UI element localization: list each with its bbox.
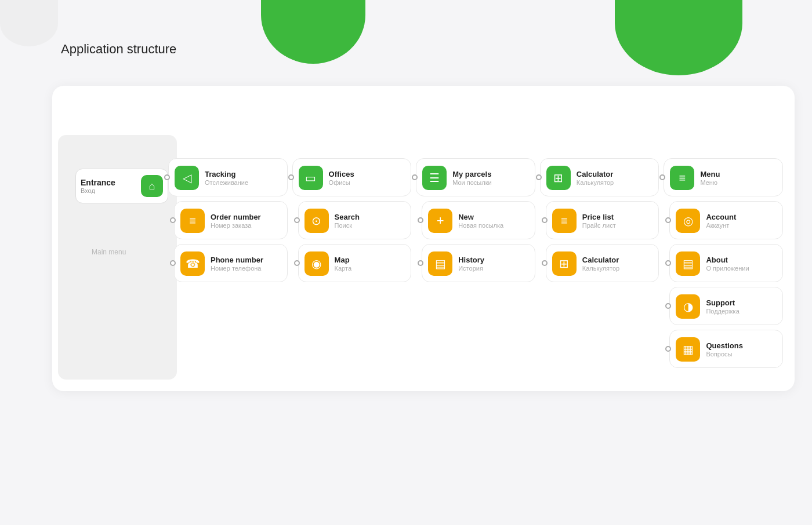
entrance-label: Entrance — [81, 178, 115, 187]
connector-dot — [665, 217, 671, 223]
connector-dot — [164, 174, 170, 180]
connector-dot — [418, 260, 423, 266]
card-offices-item-1[interactable]: ◉MapКарта — [298, 244, 412, 282]
main-menu-label: Main menu — [92, 248, 126, 256]
item-sublabel-calculator-0: Прайс лист — [582, 222, 616, 229]
connector-dot — [536, 174, 542, 180]
parcels-icon: ☰ — [422, 166, 447, 190]
card-my-parcels-item-1[interactable]: ▤HistoryИстория — [422, 244, 535, 282]
connector-dot — [288, 174, 294, 180]
column-calculator: ⊞CalculatorКалькулятор≡Price listПрайс л… — [540, 158, 659, 368]
item-label-menu-3: Questions — [706, 341, 743, 351]
item-label-menu-1: About — [706, 256, 749, 265]
history-icon: ▤ — [428, 251, 452, 276]
column-tracking: ◁TrackingОтслеживание≡Order numberНомер … — [168, 158, 288, 368]
menu-header-label: Menu — [700, 170, 720, 179]
card-tracking-header[interactable]: ◁TrackingОтслеживание — [168, 158, 288, 196]
column-menu: ≡MenuМеню◎AccountАккаунт▤AboutО приложен… — [664, 158, 783, 368]
card-my-parcels-item-0[interactable]: +NewНовая посылка — [422, 201, 535, 239]
about-icon: ▤ — [676, 251, 700, 276]
connector-dot — [418, 217, 423, 223]
card-offices-header[interactable]: ▭OfficesОфисы — [292, 158, 412, 196]
offices-icon: ▭ — [299, 166, 323, 190]
blob-right — [615, 0, 742, 75]
connector-dot — [412, 174, 418, 180]
item-label-menu-2: Support — [706, 298, 739, 308]
offices-header-sublabel: Офисы — [329, 179, 354, 186]
tracking-icon: ◁ — [175, 166, 199, 190]
card-calculator-item-0[interactable]: ≡Price listПрайс лист — [546, 201, 659, 239]
card-menu-item-2[interactable]: ◑SupportПоддержка — [669, 287, 783, 325]
menu-icon: ≡ — [670, 166, 694, 190]
connector-dot — [665, 346, 671, 352]
search-icon: ⊙ — [304, 209, 329, 233]
connector-dot — [542, 217, 548, 223]
offices-header-label: Offices — [329, 170, 354, 179]
entrance-node: Entrance Вход ⌂ — [75, 169, 168, 203]
blob-center — [261, 0, 365, 64]
pricelist-icon: ≡ — [552, 209, 577, 233]
questions-icon: ▦ — [676, 337, 700, 362]
item-label-my-parcels-0: New — [458, 213, 503, 222]
item-sublabel-menu-0: Аккаунт — [706, 222, 736, 229]
card-offices-item-0[interactable]: ⊙SearchПоиск — [298, 201, 412, 239]
item-sublabel-offices-1: Карта — [335, 265, 351, 272]
calc2-icon: ⊞ — [552, 251, 577, 276]
item-label-tracking-0: Order number — [211, 213, 261, 222]
card-menu-item-1[interactable]: ▤AboutО приложении — [669, 244, 783, 282]
card-calculator-item-1[interactable]: ⊞CalculatorКалькулятор — [546, 244, 659, 282]
tracking-header-label: Tracking — [205, 170, 248, 179]
blob-left — [0, 0, 58, 46]
home-icon: ⌂ — [141, 175, 163, 197]
item-sublabel-tracking-1: Номер телефона — [211, 265, 263, 272]
item-sublabel-tracking-0: Номер заказа — [211, 222, 261, 229]
column-my-parcels: ☰My parcelsМои посылки+NewНовая посылка▤… — [416, 158, 535, 368]
item-sublabel-offices-0: Поиск — [335, 222, 360, 229]
item-sublabel-menu-1: О приложении — [706, 265, 749, 272]
item-label-tracking-1: Phone number — [211, 256, 263, 265]
card-my-parcels-header[interactable]: ☰My parcelsМои посылки — [416, 158, 535, 196]
account-icon: ◎ — [676, 209, 700, 233]
connector-dot — [665, 303, 671, 309]
item-label-menu-0: Account — [706, 213, 736, 222]
connector-dot — [665, 260, 671, 266]
page-title: Application structure — [61, 42, 176, 57]
column-offices: ▭OfficesОфисы⊙SearchПоиск◉MapКарта — [292, 158, 412, 368]
entrance-sublabel: Вход — [81, 187, 115, 194]
item-label-my-parcels-1: History — [458, 256, 484, 265]
card-tracking-item-0[interactable]: ≡Order numberНомер заказа — [174, 201, 288, 239]
card-menu-item-3[interactable]: ▦QuestionsВопросы — [669, 330, 783, 368]
my-parcels-header-label: My parcels — [452, 170, 491, 179]
card-menu-item-0[interactable]: ◎AccountАккаунт — [669, 201, 783, 239]
support-icon: ◑ — [676, 294, 700, 319]
calculator-header-sublabel: Калькулятор — [577, 179, 614, 186]
connector-dot — [294, 260, 300, 266]
item-label-calculator-0: Price list — [582, 213, 616, 222]
item-sublabel-my-parcels-1: История — [458, 265, 484, 272]
calculator-icon: ⊞ — [546, 166, 571, 190]
card-tracking-item-1[interactable]: ☎Phone numberНомер телефона — [174, 244, 288, 282]
order-icon: ≡ — [180, 209, 205, 233]
diagram-container: Entrance Вход ⌂ Main menu ◁TrackingОтсле… — [52, 86, 795, 391]
item-sublabel-calculator-1: Калькулятор — [582, 265, 619, 272]
card-menu-header[interactable]: ≡MenuМеню — [664, 158, 783, 196]
item-sublabel-my-parcels-0: Новая посылка — [458, 222, 503, 229]
menu-header-sublabel: Меню — [700, 179, 720, 186]
item-sublabel-menu-3: Вопросы — [706, 351, 743, 358]
my-parcels-header-sublabel: Мои посылки — [452, 179, 491, 186]
tracking-header-sublabel: Отслеживание — [205, 179, 248, 186]
map-icon: ◉ — [304, 251, 329, 276]
connector-dot — [659, 174, 665, 180]
item-label-offices-1: Map — [335, 256, 351, 265]
new-icon: + — [428, 209, 452, 233]
calculator-header-label: Calculator — [577, 170, 614, 179]
card-calculator-header[interactable]: ⊞CalculatorКалькулятор — [540, 158, 659, 196]
columns-area: ◁TrackingОтслеживание≡Order numberНомер … — [64, 158, 783, 368]
item-label-calculator-1: Calculator — [582, 256, 619, 265]
connector-dot — [542, 260, 548, 266]
phone-icon: ☎ — [180, 251, 205, 276]
connector-dot — [294, 217, 300, 223]
connector-dot — [170, 217, 176, 223]
item-sublabel-menu-2: Поддержка — [706, 308, 739, 315]
item-label-offices-0: Search — [335, 213, 360, 222]
